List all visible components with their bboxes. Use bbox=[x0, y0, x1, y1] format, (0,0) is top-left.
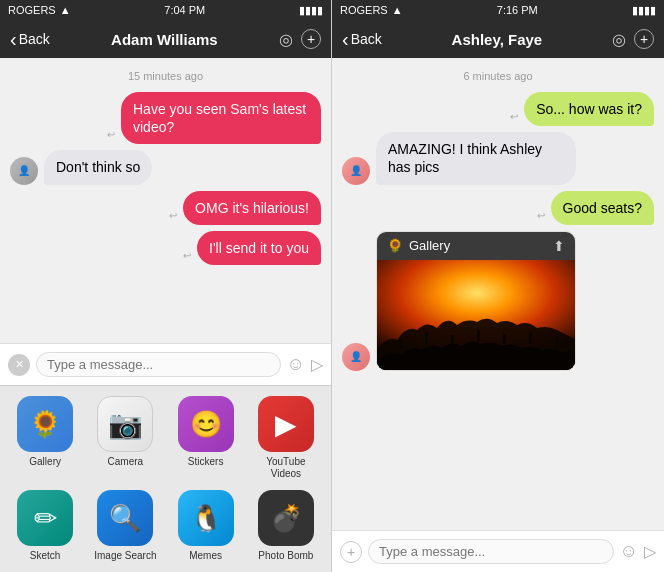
app-item-photobomb[interactable]: 💣 Photo Bomb bbox=[251, 490, 321, 562]
app-item-sketch[interactable]: ✏ Sketch bbox=[10, 490, 80, 562]
left-msg-3-text: OMG it's hilarious! bbox=[195, 200, 309, 216]
right-time: 7:16 PM bbox=[497, 4, 538, 16]
right-video-icon[interactable]: ◎ bbox=[612, 30, 626, 49]
gallery-card-emoji: 🌻 bbox=[387, 238, 403, 253]
right-back-arrow-icon: ‹ bbox=[342, 28, 349, 51]
right-status-right: ▮▮▮▮ bbox=[632, 4, 656, 17]
left-status-right: ▮▮▮▮ bbox=[299, 4, 323, 17]
right-panel: ROGERS ▲ 7:16 PM ▮▮▮▮ ‹ Back Ashley, Fay… bbox=[332, 0, 664, 572]
left-panel: ROGERS ▲ 7:04 PM ▮▮▮▮ ‹ Back Adam Willia… bbox=[0, 0, 332, 572]
app-item-gallery[interactable]: 🌻 Gallery bbox=[10, 396, 80, 480]
left-back-label: Back bbox=[19, 31, 50, 47]
right-back-label: Back bbox=[351, 31, 382, 47]
app-item-camera[interactable]: 📷 Camera bbox=[90, 396, 160, 480]
left-send-button[interactable]: ▷ bbox=[311, 355, 323, 374]
left-chat-area: 15 minutes ago Have you seen Sam's lates… bbox=[0, 58, 331, 343]
table-row: So... how was it? ↩ bbox=[342, 92, 654, 126]
table-row: I'll send it to you ↩ bbox=[10, 231, 321, 265]
app-label-sketch: Sketch bbox=[30, 550, 61, 562]
svg-rect-2 bbox=[425, 332, 428, 344]
gallery-card-label: Gallery bbox=[409, 238, 450, 253]
right-nav-icons: ◎ + bbox=[612, 29, 654, 49]
left-message-input-area: ✕ ☺ ▷ bbox=[0, 343, 331, 385]
app-label-camera: Camera bbox=[108, 456, 144, 468]
app-item-image-search[interactable]: 🔍 Image Search bbox=[90, 490, 160, 562]
app-icon-youtube: ▶ bbox=[258, 396, 314, 452]
left-msg-3-bubble: OMG it's hilarious! bbox=[183, 191, 321, 225]
app-label-photobomb: Photo Bomb bbox=[258, 550, 313, 562]
right-nav-bar: ‹ Back Ashley, Faye ◎ + bbox=[332, 20, 664, 58]
app-icon-sketch: ✏ bbox=[17, 490, 73, 546]
left-app-drawer: 🌻 Gallery 📷 Camera 😊 Stickers ▶ YouTube … bbox=[0, 385, 331, 572]
app-label-gallery: Gallery bbox=[29, 456, 61, 468]
right-message-input[interactable] bbox=[368, 539, 614, 564]
left-status-left: ROGERS ▲ bbox=[8, 4, 71, 16]
table-row: 👤 AMAZING! I think Ashley has pics bbox=[342, 132, 654, 184]
app-icon-memes: 🐧 bbox=[178, 490, 234, 546]
left-nav-bar: ‹ Back Adam Williams ◎ + bbox=[0, 20, 331, 58]
gallery-card-share-icon[interactable]: ⬆ bbox=[553, 238, 565, 254]
table-row: OMG it's hilarious! ↩ bbox=[10, 191, 321, 225]
left-message-input[interactable] bbox=[36, 352, 281, 377]
right-msg-2-bubble: AMAZING! I think Ashley has pics bbox=[376, 132, 576, 184]
app-icon-stickers: 😊 bbox=[178, 396, 234, 452]
right-add-icon[interactable]: + bbox=[634, 29, 654, 49]
gallery-card-header: 🌻 Gallery ⬆ bbox=[377, 232, 575, 260]
left-back-button[interactable]: ‹ Back bbox=[10, 28, 50, 51]
right-msg-2-text: AMAZING! I think Ashley has pics bbox=[388, 141, 542, 175]
left-avatar-1: 👤 bbox=[10, 157, 38, 185]
left-add-icon[interactable]: + bbox=[301, 29, 321, 49]
left-carrier: ROGERS bbox=[8, 4, 56, 16]
left-msg-4-text: I'll send it to you bbox=[209, 240, 309, 256]
app-item-memes[interactable]: 🐧 Memes bbox=[171, 490, 241, 562]
left-back-arrow-icon: ‹ bbox=[10, 28, 17, 51]
left-app-grid: 🌻 Gallery 📷 Camera 😊 Stickers ▶ YouTube … bbox=[10, 396, 321, 562]
left-emoji-button[interactable]: ☺ bbox=[287, 354, 305, 375]
right-avatar-2: 👤 bbox=[342, 343, 370, 371]
right-msg-3-text: Good seats? bbox=[563, 200, 642, 216]
app-item-youtube[interactable]: ▶ YouTube Videos bbox=[251, 396, 321, 480]
right-back-button[interactable]: ‹ Back bbox=[342, 28, 382, 51]
right-msg-1-forward-icon: ↩ bbox=[510, 111, 518, 122]
app-icon-image-search: 🔍 bbox=[97, 490, 153, 546]
right-chat-title: Ashley, Faye bbox=[452, 31, 543, 48]
table-row: Good seats? ↩ bbox=[342, 191, 654, 225]
right-add-button[interactable]: + bbox=[340, 541, 362, 563]
left-time: 7:04 PM bbox=[164, 4, 205, 16]
app-item-stickers[interactable]: 😊 Stickers bbox=[171, 396, 241, 480]
right-add-icon-btn: + bbox=[347, 544, 355, 560]
left-battery-icon: ▮▮▮▮ bbox=[299, 4, 323, 17]
left-msg-3-forward-icon: ↩ bbox=[169, 210, 177, 221]
left-msg-1-text: Have you seen Sam's latest video? bbox=[133, 101, 306, 135]
right-send-button[interactable]: ▷ bbox=[644, 542, 656, 561]
right-timestamp: 6 minutes ago bbox=[342, 70, 654, 82]
right-battery-icon: ▮▮▮▮ bbox=[632, 4, 656, 17]
left-msg-1-bubble: Have you seen Sam's latest video? bbox=[121, 92, 321, 144]
left-msg-4-forward-icon: ↩ bbox=[183, 250, 191, 261]
left-msg-2-text: Don't think so bbox=[56, 159, 140, 175]
svg-rect-7 bbox=[555, 338, 558, 348]
right-msg-3-forward-icon: ↩ bbox=[537, 210, 545, 221]
left-chat-title: Adam Williams bbox=[111, 31, 218, 48]
gallery-card[interactable]: 🌻 Gallery ⬆ bbox=[376, 231, 576, 371]
app-icon-gallery: 🌻 bbox=[17, 396, 73, 452]
table-row: 👤 Don't think so bbox=[10, 150, 321, 184]
app-label-memes: Memes bbox=[189, 550, 222, 562]
right-status-left: ROGERS ▲ bbox=[340, 4, 403, 16]
left-msg-4-bubble: I'll send it to you bbox=[197, 231, 321, 265]
left-video-icon[interactable]: ◎ bbox=[279, 30, 293, 49]
right-status-bar: ROGERS ▲ 7:16 PM ▮▮▮▮ bbox=[332, 0, 664, 20]
gallery-card-title: 🌻 Gallery bbox=[387, 238, 450, 253]
gallery-card-image bbox=[377, 260, 576, 370]
right-msg-1-bubble: So... how was it? bbox=[524, 92, 654, 126]
app-icon-photobomb: 💣 bbox=[258, 490, 314, 546]
right-emoji-button[interactable]: ☺ bbox=[620, 541, 638, 562]
left-clear-button[interactable]: ✕ bbox=[8, 354, 30, 376]
concert-crowd bbox=[377, 260, 576, 370]
app-label-stickers: Stickers bbox=[188, 456, 224, 468]
left-wifi-icon: ▲ bbox=[60, 4, 71, 16]
svg-rect-4 bbox=[477, 330, 480, 342]
right-wifi-icon: ▲ bbox=[392, 4, 403, 16]
app-label-youtube: YouTube Videos bbox=[251, 456, 321, 480]
left-clear-icon: ✕ bbox=[15, 358, 24, 371]
